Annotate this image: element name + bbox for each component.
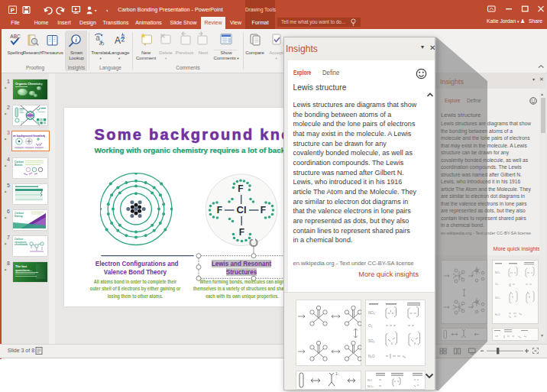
svg-text:N₂O: N₂O bbox=[368, 355, 375, 358]
svg-text:NO: NO bbox=[367, 378, 372, 382]
svg-text:1-: 1- bbox=[335, 371, 339, 376]
svg-text:NO₂: NO₂ bbox=[367, 384, 374, 388]
svg-text:SO₃: SO₃ bbox=[368, 339, 375, 343]
svg-text:O₃: O₃ bbox=[368, 324, 373, 328]
svg-text:NO₃⁻: NO₃⁻ bbox=[368, 311, 377, 315]
